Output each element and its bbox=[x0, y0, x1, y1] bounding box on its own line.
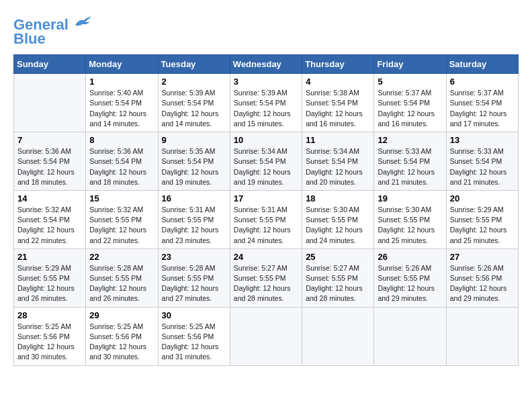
day-info: Sunrise: 5:29 AMSunset: 5:55 PMDaylight:… bbox=[17, 263, 82, 304]
day-info: Sunrise: 5:34 AMSunset: 5:54 PMDaylight:… bbox=[234, 146, 298, 187]
calendar-cell: 22Sunrise: 5:28 AMSunset: 5:55 PMDayligh… bbox=[86, 248, 158, 307]
logo: General Blue bbox=[13, 13, 93, 48]
calendar-cell bbox=[446, 307, 518, 365]
day-info: Sunrise: 5:39 AMSunset: 5:54 PMDaylight:… bbox=[234, 88, 298, 129]
day-info: Sunrise: 5:27 AMSunset: 5:55 PMDaylight:… bbox=[306, 263, 370, 304]
calendar-cell: 4Sunrise: 5:38 AMSunset: 5:54 PMDaylight… bbox=[302, 74, 374, 132]
day-number: 22 bbox=[89, 252, 154, 262]
day-number: 3 bbox=[234, 77, 298, 87]
day-number: 7 bbox=[17, 135, 82, 145]
calendar-cell: 20Sunrise: 5:29 AMSunset: 5:55 PMDayligh… bbox=[446, 190, 518, 248]
col-header-tuesday: Tuesday bbox=[158, 55, 230, 74]
day-info: Sunrise: 5:33 AMSunset: 5:54 PMDaylight:… bbox=[378, 146, 442, 187]
calendar-cell bbox=[14, 74, 86, 132]
day-number: 21 bbox=[17, 252, 82, 262]
col-header-sunday: Sunday bbox=[14, 55, 86, 74]
day-info: Sunrise: 5:37 AMSunset: 5:54 PMDaylight:… bbox=[378, 88, 442, 129]
day-info: Sunrise: 5:37 AMSunset: 5:54 PMDaylight:… bbox=[450, 88, 515, 129]
calendar-cell: 29Sunrise: 5:25 AMSunset: 5:56 PMDayligh… bbox=[86, 307, 158, 365]
day-info: Sunrise: 5:30 AMSunset: 5:55 PMDaylight:… bbox=[306, 205, 370, 246]
calendar-cell: 12Sunrise: 5:33 AMSunset: 5:54 PMDayligh… bbox=[374, 132, 446, 191]
calendar-cell: 19Sunrise: 5:30 AMSunset: 5:55 PMDayligh… bbox=[374, 190, 446, 248]
col-header-saturday: Saturday bbox=[446, 55, 518, 74]
day-info: Sunrise: 5:33 AMSunset: 5:54 PMDaylight:… bbox=[450, 146, 515, 187]
calendar-cell: 14Sunrise: 5:32 AMSunset: 5:54 PMDayligh… bbox=[14, 190, 86, 248]
col-header-monday: Monday bbox=[86, 55, 158, 74]
calendar-cell: 24Sunrise: 5:27 AMSunset: 5:55 PMDayligh… bbox=[230, 248, 302, 307]
day-number: 24 bbox=[234, 252, 298, 262]
day-number: 5 bbox=[378, 77, 442, 87]
day-info: Sunrise: 5:25 AMSunset: 5:56 PMDaylight:… bbox=[89, 322, 154, 363]
calendar-cell: 15Sunrise: 5:32 AMSunset: 5:55 PMDayligh… bbox=[86, 190, 158, 248]
day-info: Sunrise: 5:28 AMSunset: 5:55 PMDaylight:… bbox=[89, 263, 154, 304]
calendar-cell: 27Sunrise: 5:26 AMSunset: 5:56 PMDayligh… bbox=[446, 248, 518, 307]
day-number: 25 bbox=[306, 252, 370, 262]
day-info: Sunrise: 5:32 AMSunset: 5:55 PMDaylight:… bbox=[89, 205, 154, 246]
day-number: 30 bbox=[162, 310, 226, 320]
calendar-table: SundayMondayTuesdayWednesdayThursdayFrid… bbox=[13, 54, 519, 365]
day-number: 15 bbox=[89, 193, 154, 203]
day-number: 14 bbox=[17, 193, 82, 203]
calendar-cell: 21Sunrise: 5:29 AMSunset: 5:55 PMDayligh… bbox=[14, 248, 86, 307]
day-number: 13 bbox=[450, 135, 515, 145]
calendar-cell: 8Sunrise: 5:36 AMSunset: 5:54 PMDaylight… bbox=[86, 132, 158, 191]
calendar-cell: 7Sunrise: 5:36 AMSunset: 5:54 PMDaylight… bbox=[14, 132, 86, 191]
day-info: Sunrise: 5:26 AMSunset: 5:55 PMDaylight:… bbox=[378, 263, 442, 304]
day-info: Sunrise: 5:25 AMSunset: 5:56 PMDaylight:… bbox=[162, 322, 226, 363]
col-header-wednesday: Wednesday bbox=[230, 55, 302, 74]
page-header: General Blue bbox=[13, 13, 519, 48]
day-info: Sunrise: 5:35 AMSunset: 5:54 PMDaylight:… bbox=[162, 146, 226, 187]
col-header-thursday: Thursday bbox=[302, 55, 374, 74]
calendar-cell: 6Sunrise: 5:37 AMSunset: 5:54 PMDaylight… bbox=[446, 74, 518, 132]
day-number: 28 bbox=[17, 310, 82, 320]
day-number: 18 bbox=[306, 193, 370, 203]
day-info: Sunrise: 5:36 AMSunset: 5:54 PMDaylight:… bbox=[17, 146, 82, 187]
calendar-cell: 17Sunrise: 5:31 AMSunset: 5:55 PMDayligh… bbox=[230, 190, 302, 248]
calendar-cell: 9Sunrise: 5:35 AMSunset: 5:54 PMDaylight… bbox=[158, 132, 230, 191]
day-number: 10 bbox=[234, 135, 298, 145]
col-header-friday: Friday bbox=[374, 55, 446, 74]
day-info: Sunrise: 5:38 AMSunset: 5:54 PMDaylight:… bbox=[306, 88, 370, 129]
day-info: Sunrise: 5:25 AMSunset: 5:56 PMDaylight:… bbox=[17, 322, 82, 363]
calendar-cell: 13Sunrise: 5:33 AMSunset: 5:54 PMDayligh… bbox=[446, 132, 518, 191]
day-number: 29 bbox=[89, 310, 154, 320]
calendar-cell: 1Sunrise: 5:40 AMSunset: 5:54 PMDaylight… bbox=[86, 74, 158, 132]
day-number: 9 bbox=[162, 135, 226, 145]
calendar-cell: 10Sunrise: 5:34 AMSunset: 5:54 PMDayligh… bbox=[230, 132, 302, 191]
day-number: 16 bbox=[162, 193, 226, 203]
day-number: 12 bbox=[378, 135, 442, 145]
day-info: Sunrise: 5:36 AMSunset: 5:54 PMDaylight:… bbox=[89, 146, 154, 187]
day-info: Sunrise: 5:30 AMSunset: 5:55 PMDaylight:… bbox=[378, 205, 442, 246]
calendar-cell: 25Sunrise: 5:27 AMSunset: 5:55 PMDayligh… bbox=[302, 248, 374, 307]
calendar-cell bbox=[302, 307, 374, 365]
calendar-cell: 5Sunrise: 5:37 AMSunset: 5:54 PMDaylight… bbox=[374, 74, 446, 132]
day-number: 8 bbox=[89, 135, 154, 145]
day-number: 26 bbox=[378, 252, 442, 262]
calendar-cell: 18Sunrise: 5:30 AMSunset: 5:55 PMDayligh… bbox=[302, 190, 374, 248]
day-number: 6 bbox=[450, 77, 515, 87]
logo-bird-icon bbox=[74, 13, 93, 30]
day-info: Sunrise: 5:27 AMSunset: 5:55 PMDaylight:… bbox=[234, 263, 298, 304]
day-number: 23 bbox=[162, 252, 226, 262]
day-info: Sunrise: 5:26 AMSunset: 5:56 PMDaylight:… bbox=[450, 263, 515, 304]
day-number: 19 bbox=[378, 193, 442, 203]
day-info: Sunrise: 5:39 AMSunset: 5:54 PMDaylight:… bbox=[162, 88, 226, 129]
calendar-cell: 28Sunrise: 5:25 AMSunset: 5:56 PMDayligh… bbox=[14, 307, 86, 365]
day-info: Sunrise: 5:32 AMSunset: 5:54 PMDaylight:… bbox=[17, 205, 82, 246]
day-info: Sunrise: 5:29 AMSunset: 5:55 PMDaylight:… bbox=[450, 205, 515, 246]
calendar-cell: 3Sunrise: 5:39 AMSunset: 5:54 PMDaylight… bbox=[230, 74, 302, 132]
calendar-cell bbox=[374, 307, 446, 365]
calendar-cell: 16Sunrise: 5:31 AMSunset: 5:55 PMDayligh… bbox=[158, 190, 230, 248]
calendar-cell: 11Sunrise: 5:34 AMSunset: 5:54 PMDayligh… bbox=[302, 132, 374, 191]
day-info: Sunrise: 5:34 AMSunset: 5:54 PMDaylight:… bbox=[306, 146, 370, 187]
day-info: Sunrise: 5:40 AMSunset: 5:54 PMDaylight:… bbox=[89, 88, 154, 129]
calendar-cell: 2Sunrise: 5:39 AMSunset: 5:54 PMDaylight… bbox=[158, 74, 230, 132]
day-number: 11 bbox=[306, 135, 370, 145]
calendar-cell: 26Sunrise: 5:26 AMSunset: 5:55 PMDayligh… bbox=[374, 248, 446, 307]
day-number: 27 bbox=[450, 252, 515, 262]
calendar-cell: 23Sunrise: 5:28 AMSunset: 5:55 PMDayligh… bbox=[158, 248, 230, 307]
day-info: Sunrise: 5:28 AMSunset: 5:55 PMDaylight:… bbox=[162, 263, 226, 304]
calendar-cell: 30Sunrise: 5:25 AMSunset: 5:56 PMDayligh… bbox=[158, 307, 230, 365]
day-number: 2 bbox=[162, 77, 226, 87]
day-info: Sunrise: 5:31 AMSunset: 5:55 PMDaylight:… bbox=[162, 205, 226, 246]
